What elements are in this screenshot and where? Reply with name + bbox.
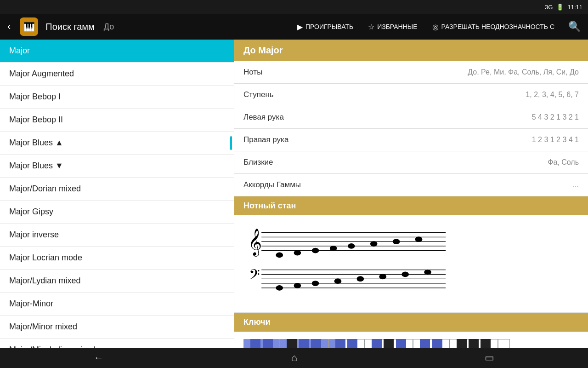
scale-item-major-minor-mixed[interactable]: Major/Minor mixed [0,316,234,339]
scale-item-major-blues-down[interactable]: Major Blues ▼ [0,155,234,178]
white-key-20[interactable] [486,339,498,348]
main-content: MajorMajor AugmentedMajor Bebop IMajor B… [0,40,588,348]
svg-point-10 [330,246,337,251]
svg-point-22 [294,283,301,288]
svg-point-13 [393,239,400,244]
white-key-19[interactable] [474,339,486,348]
scale-item-major-locrian[interactable]: Major Locrian mode [0,247,234,270]
scale-detail: До Major НотыДо, Ре, Ми, Фа, Соль, Ля, С… [234,40,588,348]
staff-area: 𝄞 [234,215,588,313]
svg-point-27 [401,272,409,277]
back-button[interactable]: ‹ [4,19,14,34]
nav-recent-button[interactable]: ▭ [475,349,503,367]
bass-staff: 𝄢 [243,263,450,299]
toolbar-title: Поиск гамм [45,22,94,32]
white-key-4[interactable] [292,339,304,348]
scale-item-major-augmented[interactable]: Major Augmented [0,63,234,86]
svg-text:𝄢: 𝄢 [249,267,260,286]
scale-item-major[interactable]: Major [0,40,234,63]
ambiguity-button[interactable]: ◎ РАЗРЕШАТЬ НЕОДНОЗНАЧНОСТЬ С [428,20,559,34]
white-key-21[interactable] [498,339,510,348]
svg-point-23 [312,281,319,286]
white-key-11[interactable] [377,339,389,348]
white-key-7[interactable] [328,339,340,348]
bottom-nav: ← ⌂ ▭ [0,348,588,368]
scale-item-major-minor[interactable]: Major-Minor [0,293,234,316]
detail-row-близкие: БлизкиеФа, Соль [234,151,588,174]
white-key-1[interactable] [255,339,267,348]
white-key-9[interactable] [352,339,364,348]
row-label: Ступень [243,90,274,99]
star-icon: ☆ [368,23,374,31]
piano-keyboard [243,339,510,348]
play-icon: ▶ [297,23,303,31]
detail-row-левая-рука: Левая рука5 4 3 2 1 3 2 1 [234,106,588,129]
piano-section [234,332,588,348]
svg-point-25 [357,276,364,282]
white-key-12[interactable] [389,339,401,348]
white-key-18[interactable] [461,339,473,348]
scroll-indicator [230,136,232,150]
scale-item-major-inverse[interactable]: Major inverse [0,224,234,247]
play-button[interactable]: ▶ ПРОИГРЫВАТЬ [293,20,358,34]
detail-row-ноты: НотыДо, Ре, Ми, Фа, Соль, Ля, Си, До [234,61,588,84]
scale-item-major-blues-up[interactable]: Major Blues ▲ [0,132,234,155]
detail-row-аккорды-гаммы: Аккорды Гаммы... [234,174,588,196]
nav-back-button[interactable]: ← [85,349,113,367]
app-icon: 🎹 [20,17,38,36]
svg-point-11 [348,243,355,249]
favorites-button[interactable]: ☆ ИЗБРАННЫЕ [363,20,422,34]
white-key-6[interactable] [316,339,328,348]
network-status: 3G [545,4,553,11]
row-label: Правая рука [243,135,288,144]
white-key-13[interactable] [401,339,413,348]
white-key-14[interactable] [413,339,425,348]
svg-point-24 [334,279,342,284]
row-value: До, Ре, Ми, Фа, Соль, Ля, Си, До [468,68,579,76]
toolbar-subtitle: До [104,22,114,32]
white-key-2[interactable] [268,339,280,348]
white-key-0[interactable] [243,339,255,348]
ambiguity-icon: ◎ [432,23,439,31]
scale-item-major-lydian[interactable]: Major/Lydian mixed [0,270,234,293]
search-button[interactable]: 🔍 [565,19,584,34]
row-value: 5 4 3 2 1 3 2 1 [532,113,579,121]
svg-point-8 [294,250,301,256]
svg-point-9 [312,248,319,253]
treble-staff: 𝄞 [243,224,450,259]
toolbar: ‹ 🎹 Поиск гамм До ▶ ПРОИГРЫВАТЬ ☆ ИЗБРАН… [0,14,588,40]
white-key-8[interactable] [340,339,352,348]
clock: 11:11 [567,4,582,11]
white-key-10[interactable] [365,339,377,348]
white-key-17[interactable] [449,339,461,348]
scale-item-major-dorian[interactable]: Major/Dorian mixed [0,178,234,201]
status-bar: 3G 🔋 11:11 [0,0,588,14]
white-key-15[interactable] [425,339,437,348]
scale-item-major-gipsy[interactable]: Major Gipsy [0,201,234,224]
white-key-16[interactable] [437,339,449,348]
svg-text:𝄞: 𝄞 [248,229,262,257]
row-label: Аккорды Гаммы [243,180,301,190]
row-label: Левая рука [243,113,284,122]
battery-icon: 🔋 [556,4,564,11]
row-value: 1, 2, 3, 4, 5, 6, 7 [526,91,579,99]
row-value: ... [573,181,579,189]
keys-section-header: Ключи [234,313,588,332]
row-label: Близкие [243,158,273,167]
scale-item-major-bebop-ii[interactable]: Major Bebop II [0,109,234,132]
detail-row-ступень: Ступень1, 2, 3, 4, 5, 6, 7 [234,84,588,106]
scale-list: MajorMajor AugmentedMajor Bebop IMajor B… [0,40,234,348]
nav-home-button[interactable]: ⌂ [282,349,306,367]
white-key-3[interactable] [280,339,292,348]
scale-item-major-bebop-i[interactable]: Major Bebop I [0,86,234,109]
detail-row-правая-рука: Правая рука1 2 3 1 2 3 4 1 [234,129,588,151]
detail-header: До Major [234,40,588,61]
row-value: 1 2 3 1 2 3 4 1 [532,136,579,144]
scale-item-major-mixolydian[interactable]: Major/Mixolydian mixed [0,339,234,348]
row-value: Фа, Соль [548,158,579,167]
row-label: Ноты [243,68,262,77]
svg-point-14 [415,236,423,242]
white-key-5[interactable] [304,339,316,348]
svg-point-26 [379,274,386,280]
staff-section-header: Нотный стан [234,196,588,215]
